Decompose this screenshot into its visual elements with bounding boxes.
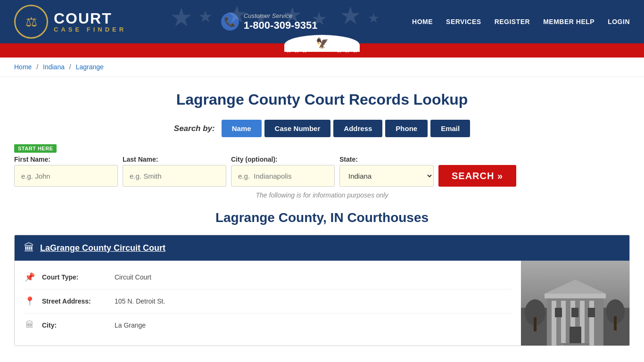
detail-row-court-type: 📌 Court Type: Circuit Court — [24, 265, 512, 289]
phone-icon: 📞 — [221, 13, 239, 31]
city-value: La Grange — [115, 321, 146, 329]
search-form: First Name: Last Name: City (optional): … — [14, 156, 630, 187]
tab-phone[interactable]: Phone — [385, 120, 428, 137]
street-icon: 📍 — [24, 296, 35, 306]
svg-rect-11 — [545, 294, 606, 298]
search-button[interactable]: SEARCH » — [438, 165, 516, 187]
courthouse-card: 🏛 LaGrange County Circuit Court 📌 Court … — [14, 235, 630, 346]
courthouse-header: 🏛 LaGrange County Circuit Court — [15, 235, 629, 261]
state-select[interactable]: Indiana Alabama Alaska Arizona Arkansas … — [339, 165, 434, 187]
court-type-value: Circuit Court — [115, 273, 151, 281]
court-type-icon: 📌 — [24, 272, 35, 282]
tab-email[interactable]: Email — [430, 120, 470, 137]
breadcrumb-home[interactable]: Home — [14, 63, 32, 71]
tab-case-number[interactable]: Case Number — [264, 120, 331, 137]
first-name-label: First Name: — [14, 156, 118, 163]
city-input[interactable] — [231, 165, 335, 187]
info-note: The following is for information purpose… — [14, 191, 630, 199]
svg-rect-5 — [552, 301, 556, 346]
page-title: Lagrange County Court Records Lookup — [14, 91, 630, 108]
courthouse-icon: 🏛 — [24, 242, 34, 254]
courthouse-building-svg — [521, 261, 629, 346]
state-label: State: — [339, 156, 434, 163]
logo-text: COURT CASE FINDER — [54, 11, 126, 33]
start-here-label: START HERE — [14, 144, 57, 153]
svg-rect-17 — [561, 343, 589, 345]
first-name-group: First Name: — [14, 156, 118, 187]
logo-casefinder-label: CASE FINDER — [54, 26, 126, 33]
eagle-center: 🦅 — [284, 35, 360, 52]
nav-member-help[interactable]: MEMBER HELP — [543, 18, 594, 25]
svg-rect-14 — [588, 308, 595, 317]
detail-row-city: 🏛 City: La Grange — [24, 313, 512, 337]
search-by-label: Search by: — [174, 124, 215, 133]
svg-rect-13 — [571, 308, 578, 317]
cs-phone: 1-800-309-9351 — [244, 19, 318, 32]
courthouse-name-link[interactable]: LaGrange County Circuit Court — [40, 243, 165, 253]
court-type-label: Court Type: — [42, 273, 108, 281]
eagle-icon: 🦅 — [316, 37, 329, 49]
nav-home[interactable]: HOME — [412, 18, 433, 25]
svg-rect-9 — [589, 301, 594, 346]
start-here-badge: START HERE — [14, 144, 630, 156]
svg-rect-6 — [561, 301, 566, 346]
last-name-label: Last Name: — [123, 156, 226, 163]
main-content: Lagrange County Court Records Lookup Sea… — [0, 77, 644, 362]
nav-register[interactable]: REGISTER — [495, 18, 530, 25]
city-group: City (optional): — [231, 156, 335, 187]
courthouse-image — [521, 261, 629, 346]
svg-rect-15 — [570, 327, 581, 346]
breadcrumb-lagrange[interactable]: Lagrange — [76, 63, 104, 71]
detail-row-street: 📍 Street Address: 105 N. Detroit St. — [24, 289, 512, 313]
breadcrumb-indiana[interactable]: Indiana — [43, 63, 65, 71]
svg-rect-21 — [614, 316, 617, 330]
courthouse-body: 📌 Court Type: Circuit Court 📍 Street Add… — [15, 261, 629, 346]
state-group: State: Indiana Alabama Alaska Arizona Ar… — [339, 156, 434, 187]
courthouse-details: 📌 Court Type: Circuit Court 📍 Street Add… — [15, 261, 521, 346]
cs-info: Customer Service 1-800-309-9351 — [244, 12, 318, 32]
logo[interactable]: ⚖ COURT CASE FINDER — [14, 5, 126, 39]
city-icon: 🏛 — [24, 320, 35, 330]
first-name-input[interactable] — [14, 165, 118, 187]
tab-address[interactable]: Address — [333, 120, 382, 137]
nav-services[interactable]: SERVICES — [446, 18, 481, 25]
last-name-group: Last Name: — [123, 156, 226, 187]
tab-name[interactable]: Name — [222, 120, 262, 137]
breadcrumb: Home / Indiana / Lagrange — [0, 58, 644, 77]
breadcrumb-sep-2: / — [69, 63, 73, 71]
last-name-input[interactable] — [123, 165, 226, 187]
city-label-detail: City: — [42, 321, 108, 329]
logo-court-label: COURT — [54, 11, 126, 26]
city-label: City (optional): — [231, 156, 335, 163]
street-value: 105 N. Detroit St. — [115, 297, 165, 305]
main-nav: HOME SERVICES REGISTER MEMBER HELP LOGIN — [412, 18, 630, 25]
breadcrumb-sep-1: / — [36, 63, 40, 71]
logo-emblem: ⚖ — [25, 14, 37, 30]
cs-label: Customer Service — [244, 12, 318, 19]
eagle-banner: 🦅 ★ ★ ★ ★ ★ ★ — [0, 43, 644, 58]
nav-login[interactable]: LOGIN — [608, 18, 630, 25]
svg-rect-19 — [534, 317, 537, 331]
customer-service: 📞 Customer Service 1-800-309-9351 — [221, 12, 318, 32]
logo-icon: ⚖ — [14, 5, 48, 39]
street-label: Street Address: — [42, 297, 108, 305]
search-by-row: Search by: Name Case Number Address Phon… — [14, 120, 630, 137]
courthouses-section-title: Lagrange County, IN Courthouses — [14, 210, 630, 225]
svg-rect-12 — [555, 308, 562, 317]
